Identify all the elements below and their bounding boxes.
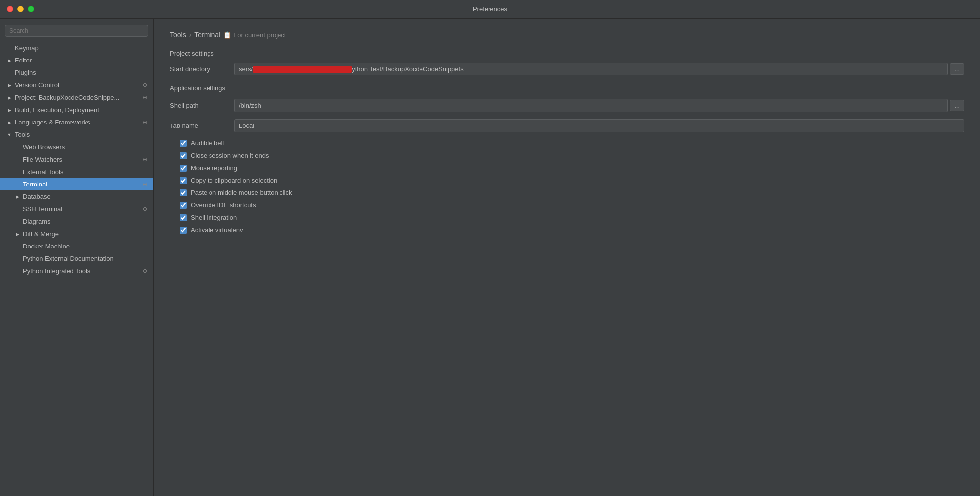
preferences-window: Preferences KeymapEditorPluginsVersion C…: [0, 0, 980, 496]
sidebar-label-python-int-tools: Python Integrated Tools: [23, 267, 90, 275]
sidebar-item-build[interactable]: Build, Execution, Deployment: [0, 104, 153, 116]
sidebar-label-keymap: Keymap: [15, 44, 39, 52]
arrow-editor: [6, 57, 13, 64]
tab-name-input-wrap: [234, 119, 964, 132]
sidebar-item-docker-machine[interactable]: Docker Machine: [0, 240, 153, 252]
checkbox-row-copy-clipboard: Copy to clipboard on selection: [170, 177, 964, 184]
start-directory-row: Start directory sers/ython Test/BackupXo…: [170, 63, 964, 75]
sidebar-label-languages: Languages & Frameworks: [15, 119, 90, 126]
sidebar-item-python-int-tools[interactable]: Python Integrated Tools⊕: [0, 265, 153, 277]
tab-name-input[interactable]: [234, 119, 964, 132]
sidebar-item-diagrams[interactable]: Diagrams: [0, 215, 153, 228]
traffic-lights: [7, 6, 34, 12]
start-directory-label: Start directory: [170, 65, 234, 73]
shell-path-row: Shell path ...: [170, 99, 964, 112]
sidebar-item-version-control[interactable]: Version Control⊕: [0, 79, 153, 91]
copy-icon-version-control[interactable]: ⊕: [143, 82, 147, 88]
sidebar-label-database: Database: [23, 193, 51, 200]
checkbox-row-audible-bell: Audible bell: [170, 139, 964, 147]
checkbox-row-override-ide: Override IDE shortcuts: [170, 201, 964, 209]
checkbox-label-activate-virtualenv[interactable]: Activate virtualenv: [191, 226, 243, 234]
breadcrumb-separator: ›: [189, 31, 192, 39]
content-area: KeymapEditorPluginsVersion Control⊕Proje…: [0, 19, 980, 496]
application-settings-label: Application settings: [170, 84, 964, 92]
checkbox-mouse-reporting[interactable]: [180, 165, 187, 172]
copy-icon-file-watchers[interactable]: ⊕: [143, 156, 147, 163]
arrow-languages: [6, 119, 13, 126]
sidebar-label-build: Build, Execution, Deployment: [15, 106, 99, 114]
start-dir-pre: sers/: [239, 65, 253, 73]
minimize-button[interactable]: [17, 6, 24, 12]
start-dir-post: ython Test/BackupXocdeCodeSnippets: [352, 65, 464, 73]
sidebar-item-project[interactable]: Project: BackupXocdeCodeSnippe...⊕: [0, 91, 153, 104]
checkbox-paste-middle[interactable]: [180, 189, 187, 196]
copy-icon-languages[interactable]: ⊕: [143, 119, 147, 125]
close-button[interactable]: [7, 6, 13, 12]
checkbox-label-override-ide[interactable]: Override IDE shortcuts: [191, 201, 256, 209]
arrow-build: [6, 107, 13, 114]
sidebar-label-version-control: Version Control: [15, 81, 59, 89]
window-title: Preferences: [473, 5, 507, 13]
shell-path-input[interactable]: [234, 99, 948, 112]
sidebar-item-keymap[interactable]: Keymap: [0, 42, 153, 54]
project-settings-label: Project settings: [170, 50, 964, 57]
project-icon: 📋: [223, 31, 231, 39]
sidebar-label-python-ext-doc: Python External Documentation: [23, 255, 114, 262]
start-directory-browse-button[interactable]: ...: [950, 63, 964, 75]
copy-icon-terminal[interactable]: ⊕: [143, 181, 147, 187]
checkbox-row-close-session: Close session when it ends: [170, 152, 964, 159]
sidebar-item-database[interactable]: Database: [0, 190, 153, 203]
sidebar-item-diff-merge[interactable]: Diff & Merge: [0, 228, 153, 240]
sidebar-item-web-browsers[interactable]: Web Browsers: [0, 141, 153, 153]
sidebar-item-languages[interactable]: Languages & Frameworks⊕: [0, 116, 153, 128]
start-directory-input-wrap: sers/ython Test/BackupXocdeCodeSnippets …: [234, 63, 964, 75]
sidebar-item-external-tools[interactable]: External Tools: [0, 166, 153, 178]
copy-icon-ssh-terminal[interactable]: ⊕: [143, 206, 147, 212]
checkbox-label-paste-middle[interactable]: Paste on middle mouse button click: [191, 189, 292, 196]
checkbox-label-audible-bell[interactable]: Audible bell: [191, 139, 224, 147]
copy-icon-project[interactable]: ⊕: [143, 94, 147, 101]
for-project-label: For current project: [233, 31, 286, 39]
sidebar-label-plugins: Plugins: [15, 69, 36, 76]
sidebar-item-tools[interactable]: Tools: [0, 128, 153, 141]
checkbox-override-ide[interactable]: [180, 202, 187, 209]
checkbox-activate-virtualenv[interactable]: [180, 227, 187, 234]
shell-path-label: Shell path: [170, 102, 234, 109]
sidebar-label-diff-merge: Diff & Merge: [23, 230, 59, 238]
start-directory-display[interactable]: sers/ython Test/BackupXocdeCodeSnippets: [234, 63, 948, 75]
main-panel: Tools › Terminal 📋 For current project P…: [154, 19, 980, 496]
sidebar-label-editor: Editor: [15, 57, 32, 64]
checkbox-row-shell-integration: Shell integration: [170, 214, 964, 221]
shell-path-browse-button[interactable]: ...: [950, 100, 964, 111]
checkbox-label-mouse-reporting[interactable]: Mouse reporting: [191, 164, 237, 172]
arrow-version-control: [6, 82, 13, 89]
sidebar-item-terminal[interactable]: Terminal⊕: [0, 178, 153, 190]
sidebar-item-editor[interactable]: Editor: [0, 54, 153, 66]
tab-name-label: Tab name: [170, 122, 234, 129]
checkbox-close-session[interactable]: [180, 152, 187, 159]
sidebar-label-external-tools: External Tools: [23, 168, 63, 176]
sidebar-item-plugins[interactable]: Plugins: [0, 66, 153, 79]
sidebar-label-web-browsers: Web Browsers: [23, 143, 65, 151]
sidebar: KeymapEditorPluginsVersion Control⊕Proje…: [0, 19, 154, 496]
checkbox-label-copy-clipboard[interactable]: Copy to clipboard on selection: [191, 177, 277, 184]
search-input[interactable]: [5, 25, 148, 37]
sidebar-label-ssh-terminal: SSH Terminal: [23, 205, 62, 213]
checkbox-shell-integration[interactable]: [180, 214, 187, 221]
maximize-button[interactable]: [28, 6, 34, 12]
checkbox-label-close-session[interactable]: Close session when it ends: [191, 152, 269, 159]
checkbox-audible-bell[interactable]: [180, 140, 187, 147]
sidebar-label-tools: Tools: [15, 131, 30, 138]
checkbox-row-paste-middle: Paste on middle mouse button click: [170, 189, 964, 196]
checkbox-row-activate-virtualenv: Activate virtualenv: [170, 226, 964, 234]
sidebar-item-python-ext-doc[interactable]: Python External Documentation: [0, 252, 153, 265]
sidebar-item-ssh-terminal[interactable]: SSH Terminal⊕: [0, 203, 153, 215]
checkbox-label-shell-integration[interactable]: Shell integration: [191, 214, 237, 221]
arrow-database: [14, 193, 21, 200]
checkbox-row-mouse-reporting: Mouse reporting: [170, 164, 964, 172]
checkbox-copy-clipboard[interactable]: [180, 177, 187, 184]
titlebar: Preferences: [0, 0, 980, 19]
shell-path-input-wrap: ...: [234, 99, 964, 112]
sidebar-item-file-watchers[interactable]: File Watchers⊕: [0, 153, 153, 166]
copy-icon-python-int-tools[interactable]: ⊕: [143, 268, 147, 274]
